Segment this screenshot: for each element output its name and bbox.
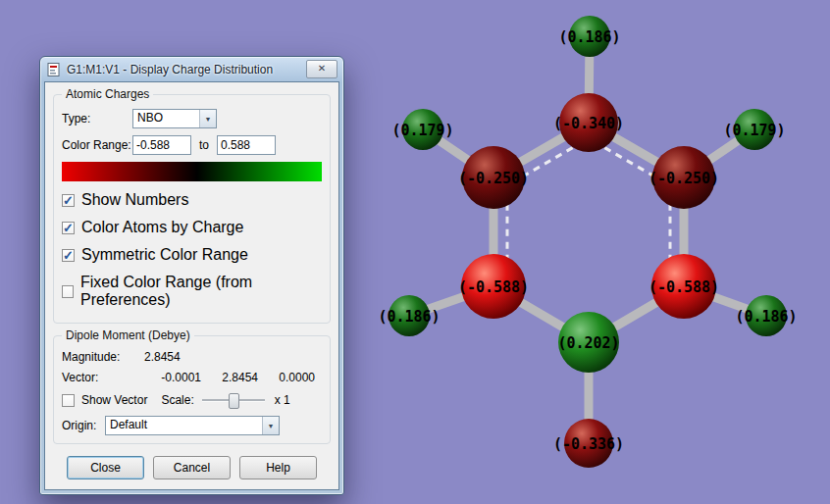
color-range-label: Color Range: (62, 138, 132, 152)
magnitude-row: Magnitude: 2.8454 (62, 350, 322, 364)
vector-row: Vector: -0.0001 2.8454 0.0000 (62, 371, 322, 384)
vector-label: Vector: (62, 371, 144, 384)
symmetric-range-row: ✓ Symmetric Color Range (62, 246, 322, 264)
show-vector-row: Show Vector Scale: x 1 (62, 391, 322, 409)
show-vector-checkbox[interactable] (62, 394, 75, 407)
color-max-input[interactable]: 0.588 (217, 135, 276, 155)
color-range-row: Color Range: -0.588 to 0.588 (62, 135, 322, 155)
dialog-body: Atomic Charges Type: NBO ▼ Color Range: … (44, 81, 339, 490)
magnitude-label: Magnitude: (62, 350, 144, 364)
symmetric-color-range-checkbox[interactable]: ✓ (62, 249, 75, 262)
type-select[interactable]: NBO ▼ (132, 109, 217, 128)
app-icon (46, 62, 62, 77)
cancel-button[interactable]: Cancel (153, 456, 231, 479)
charge-label-H5: (0.186) (735, 308, 797, 326)
origin-row: Origin: Default ▼ (62, 416, 322, 435)
vector-x-value: -0.0001 (144, 371, 201, 384)
charge-label-X1: (-0.336) (553, 435, 624, 453)
chevron-down-icon[interactable]: ▼ (262, 417, 279, 434)
origin-label: Origin: (62, 419, 105, 432)
vector-z-value: 0.0000 (258, 371, 315, 384)
type-select-value: NBO (133, 110, 199, 127)
charge-label-H3: (0.179) (723, 122, 785, 139)
type-row: Type: NBO ▼ (62, 109, 322, 128)
desktop-background: (0.186)(-0.340)(-0.250)(-0.250)(0.179)(0… (0, 0, 830, 504)
fixed-range-row: Fixed Color Range (from Preferences) (62, 274, 322, 309)
type-label: Type: (62, 112, 132, 126)
dialog-title: G1:M1:V1 - Display Charge Distribution (67, 63, 301, 76)
to-label: to (199, 138, 209, 152)
dialog-titlebar[interactable]: G1:M1:V1 - Display Charge Distribution ✕ (44, 57, 339, 81)
fixed-color-range-checkbox[interactable] (62, 285, 74, 298)
show-numbers-label[interactable]: Show Numbers (81, 191, 188, 209)
atomic-charges-group-label: Atomic Charges (62, 87, 153, 101)
charge-color-gradient (62, 162, 322, 181)
dipole-moment-group: Dipole Moment (Debye) Magnitude: 2.8454 … (53, 335, 331, 444)
color-atoms-row: ✓ Color Atoms by Charge (62, 219, 322, 236)
scale-value: x 1 (275, 393, 290, 407)
scale-slider[interactable] (202, 391, 265, 409)
color-atoms-by-charge-checkbox[interactable]: ✓ (62, 222, 75, 234)
show-numbers-row: ✓ Show Numbers (62, 191, 322, 209)
charge-label-C4: (-0.588) (458, 278, 529, 296)
charge-distribution-dialog: G1:M1:V1 - Display Charge Distribution ✕… (39, 56, 344, 495)
charge-label-C6: (0.202) (557, 334, 619, 352)
charge-label-H1: (0.186) (558, 28, 620, 46)
close-icon[interactable]: ✕ (306, 60, 337, 78)
atomic-charges-group: Atomic Charges Type: NBO ▼ Color Range: … (53, 94, 331, 324)
charge-label-C5: (-0.588) (648, 278, 719, 296)
slider-thumb[interactable] (229, 393, 239, 409)
show-vector-label[interactable]: Show Vector (81, 393, 147, 407)
origin-select[interactable]: Default ▼ (105, 416, 280, 435)
charge-label-C3: (-0.250) (648, 170, 719, 187)
charge-label-C1: (-0.340) (553, 115, 624, 132)
show-numbers-checkbox[interactable]: ✓ (62, 194, 75, 207)
close-button[interactable]: Close (67, 456, 144, 479)
dialog-buttons: Close Cancel Help (53, 456, 331, 479)
magnitude-value: 2.8454 (144, 350, 181, 364)
chevron-down-icon[interactable]: ▼ (199, 110, 216, 127)
symmetric-color-range-label[interactable]: Symmetric Color Range (81, 246, 248, 264)
help-button[interactable]: Help (239, 456, 317, 479)
color-atoms-by-charge-label[interactable]: Color Atoms by Charge (81, 219, 243, 236)
color-min-input[interactable]: -0.588 (132, 135, 191, 155)
dipole-moment-group-label: Dipole Moment (Debye) (62, 328, 194, 342)
scale-label: Scale: (161, 393, 193, 407)
vector-y-value: 2.8454 (201, 371, 258, 384)
charge-label-C2: (-0.250) (458, 170, 529, 187)
fixed-color-range-label[interactable]: Fixed Color Range (from Preferences) (80, 274, 322, 309)
charge-label-H2: (0.179) (391, 122, 453, 139)
origin-select-value: Default (106, 417, 262, 434)
charge-label-H4: (0.186) (378, 308, 440, 326)
